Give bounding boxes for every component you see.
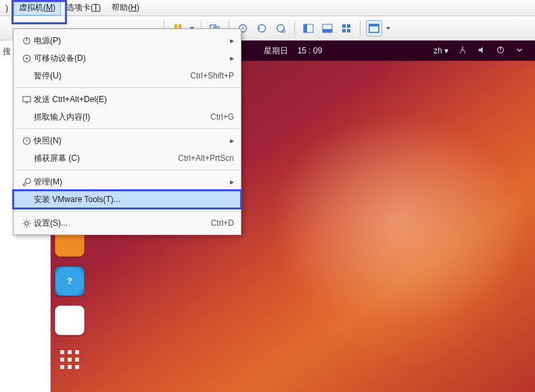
guest-day: 星期日 (264, 45, 288, 57)
menu-tabs[interactable]: 选项卡(T) (61, 0, 106, 16)
menu-item-label: 发送 Ctrl+Alt+Del(E) (34, 94, 107, 105)
menu-item[interactable]: 电源(P)▸ (14, 32, 241, 49)
menu-item-accel: Ctrl+Alt+PrtScn (178, 153, 234, 163)
guest-clock-area[interactable]: 星期日 15 : 09 (264, 45, 323, 57)
dock-apps-button[interactable] (55, 350, 85, 366)
dock-help[interactable]: ? (55, 266, 85, 296)
menu-virtual-machine[interactable]: 虚拟机(M) (14, 0, 61, 16)
vm-dropdown-menu: 电源(P)▸可移动设备(D)▸暂停(U)Ctrl+Shift+P发送 Ctrl+… (13, 28, 241, 235)
fullscreen-button[interactable] (366, 20, 382, 36)
menu-item[interactable]: 捕获屏幕 (C)Ctrl+Alt+PrtScn (14, 149, 241, 167)
menu-tabs-label: 选项卡 (66, 3, 91, 12)
menu-vm-accel: M (46, 3, 53, 12)
menu-item-label: 抓取输入内容(I) (34, 112, 90, 123)
menu-item[interactable]: 发送 Ctrl+Alt+Del(E) (14, 91, 241, 108)
device-icon (19, 53, 34, 64)
menu-item[interactable]: 快照(N)▸ (14, 132, 241, 149)
svg-point-20 (26, 57, 28, 59)
svg-rect-17 (369, 24, 379, 26)
menu-help[interactable]: 帮助(H) (106, 0, 145, 16)
menu-item-accel: Ctrl+D (211, 218, 234, 228)
menu-help-accel: H (131, 3, 137, 12)
layout-left-icon (303, 23, 314, 34)
menu-item-label: 安装 VMware Tools(T)... (34, 194, 120, 205)
clock-back-icon (256, 23, 267, 34)
menu-item[interactable]: 安装 VMware Tools(T)... (14, 191, 241, 208)
send-icon (19, 95, 34, 105)
svg-rect-9 (304, 24, 307, 32)
snapshot-revert-button[interactable] (254, 20, 270, 36)
menu-vm-label: 虚拟机 (19, 3, 43, 12)
menu-help-label: 帮助 (112, 3, 128, 12)
dock-amazon[interactable]: a (55, 305, 85, 335)
clock-gear-icon (275, 23, 286, 34)
host-window: ) 虚拟机(M) 选项卡(T) 帮助(H) (0, 0, 535, 392)
snapshot-icon (19, 136, 34, 146)
guest-lang[interactable]: zh ▾ (434, 46, 448, 55)
network-icon[interactable] (458, 45, 467, 57)
apps-grid-icon (60, 350, 79, 366)
toolbar-sep (360, 21, 360, 36)
menu-item-label: 电源(P) (34, 35, 61, 47)
svg-rect-11 (323, 29, 332, 32)
menu-item[interactable]: 设置(S)...Ctrl+D (14, 214, 241, 232)
gear-icon (19, 218, 34, 228)
svg-rect-14 (342, 29, 346, 32)
host-menubar: ) 虚拟机(M) 选项卡(T) 帮助(H) (0, 0, 535, 16)
guest-time: 15 : 09 (298, 46, 323, 55)
svg-rect-21 (22, 96, 30, 101)
sound-icon[interactable] (477, 45, 486, 57)
menu-item-label: 可移动设备(D) (34, 53, 86, 64)
svg-point-6 (277, 24, 285, 32)
fullscreen-dropdown[interactable] (385, 27, 392, 30)
view-sidebar-button[interactable] (338, 20, 354, 36)
view-fit-button[interactable] (300, 20, 317, 36)
svg-rect-13 (347, 24, 350, 28)
svg-rect-22 (25, 102, 28, 103)
menu-item-accel: Ctrl+Shift+P (190, 71, 234, 80)
snapshot-manage-button[interactable] (273, 20, 289, 36)
menu-item-label: 管理(M) (34, 176, 62, 188)
chevron-down-icon[interactable] (515, 45, 524, 57)
submenu-arrow-icon: ▸ (230, 53, 234, 63)
layout-grid-icon (341, 23, 352, 34)
menu-item-label: 快照(N) (34, 135, 62, 147)
menu-separator (15, 87, 239, 88)
menu-item[interactable]: 抓取输入内容(I)Ctrl+G (14, 108, 241, 126)
menu-item[interactable]: 管理(M)▸ (14, 173, 241, 191)
menu-tabs-accel: T (93, 3, 98, 12)
menu-separator (15, 128, 239, 129)
menu-item-label: 捕获屏幕 (C) (34, 153, 80, 164)
svg-rect-12 (342, 24, 346, 28)
layout-bottom-icon (322, 23, 333, 34)
menu-item-accel: Ctrl+G (210, 112, 234, 122)
toolbar-sep (294, 21, 295, 36)
power-icon (19, 36, 34, 46)
submenu-arrow-icon: ▸ (230, 36, 234, 45)
menu-separator (15, 211, 239, 212)
menu-partial: ) (3, 1, 14, 15)
menu-item-label: 暂停(U) (34, 70, 62, 82)
svg-point-24 (24, 221, 28, 225)
svg-rect-15 (347, 29, 350, 32)
wrench-icon (19, 177, 34, 187)
power-icon[interactable] (496, 45, 505, 57)
menu-item-label: 设置(S)... (34, 218, 68, 229)
submenu-arrow-icon: ▸ (230, 177, 234, 187)
menu-separator (15, 170, 239, 170)
view-stretch-button[interactable] (319, 20, 335, 36)
menu-item[interactable]: 暂停(U)Ctrl+Shift+P (14, 67, 241, 84)
sidebar-search-label: 搜 (3, 47, 11, 56)
fullscreen-icon (369, 23, 379, 34)
menu-item[interactable]: 可移动设备(D)▸ (14, 49, 241, 67)
submenu-arrow-icon: ▸ (230, 136, 234, 145)
